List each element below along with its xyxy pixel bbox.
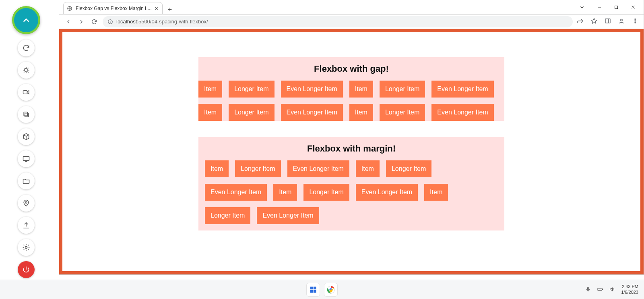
reload-icon: [91, 19, 97, 25]
flex-item: Item: [198, 104, 222, 121]
flex-item: Even Longer Item: [287, 160, 349, 177]
gear-icon: [22, 243, 30, 251]
chrome-icon: [326, 285, 335, 294]
globe-icon: [67, 6, 72, 11]
nav-bar: localhost:5500/04-spacing-with-flexbox/: [59, 15, 644, 29]
location-button[interactable]: [18, 195, 35, 212]
clock-date: 1/6/2023: [621, 290, 638, 295]
url-text: localhost:5500/04-spacing-with-flexbox/: [116, 19, 208, 25]
settings-button[interactable]: [18, 239, 35, 256]
svg-rect-18: [314, 290, 316, 293]
section-margin: Flexbox with margin! ItemLonger ItemEven…: [198, 137, 504, 230]
browser-tab[interactable]: Flexbox Gap vs Flexbox Margin L... ×: [63, 2, 163, 14]
sync-button[interactable]: [18, 39, 35, 56]
flex-item: Longer Item: [235, 160, 281, 177]
flex-item: Item: [273, 184, 297, 201]
close-tab-icon[interactable]: ×: [155, 5, 158, 12]
pin-icon: [22, 199, 30, 207]
flex-container-gap: ItemLonger ItemEven Longer ItemItemLonge…: [198, 77, 504, 121]
mic-tray-icon[interactable]: [585, 286, 591, 293]
svg-rect-8: [615, 6, 618, 8]
forward-button[interactable]: [77, 17, 86, 26]
start-button[interactable]: [306, 283, 320, 297]
reload-button[interactable]: [90, 17, 99, 26]
flex-item: Even Longer Item: [257, 207, 319, 224]
tab-title: Flexbox Gap vs Flexbox Margin L...: [76, 6, 152, 11]
power-icon: [22, 266, 30, 274]
url-host: localhost: [116, 19, 137, 25]
flex-item: Longer Item: [303, 184, 349, 201]
sound-tray-icon[interactable]: [609, 286, 615, 293]
flex-item: Even Longer Item: [281, 104, 343, 121]
clock[interactable]: 2:43 PM 1/6/2023: [621, 284, 638, 295]
collapse-button[interactable]: [12, 6, 40, 34]
monitor-icon: [22, 155, 30, 163]
svg-rect-10: [605, 19, 610, 23]
back-button[interactable]: [64, 17, 73, 26]
bookmark-button[interactable]: [590, 17, 598, 26]
flex-item: Even Longer Item: [281, 81, 343, 98]
chevron-up-icon: [22, 16, 31, 25]
minimize-icon[interactable]: [597, 5, 602, 10]
tab-chevron-icon[interactable]: [579, 4, 585, 10]
flex-item: Longer Item: [205, 207, 250, 224]
video-icon: [22, 88, 30, 96]
address-bar[interactable]: localhost:5500/04-spacing-with-flexbox/: [103, 16, 573, 27]
menu-button[interactable]: [632, 17, 639, 26]
flex-item: Even Longer Item: [431, 81, 493, 98]
copy-button[interactable]: [18, 106, 35, 123]
flex-item: Item: [198, 81, 222, 98]
arrow-left-icon: [65, 19, 72, 25]
heading-gap: Flexbox with gap!: [198, 57, 504, 77]
system-tray: 2:43 PM 1/6/2023: [585, 280, 638, 299]
browser-window: Flexbox Gap vs Flexbox Margin L... × + l…: [59, 0, 644, 275]
clock-time: 2:43 PM: [621, 284, 638, 289]
flex-item: Longer Item: [380, 81, 425, 98]
window-controls: [579, 0, 644, 14]
svg-point-6: [25, 247, 27, 249]
flex-item: Item: [356, 160, 380, 177]
site-info-icon[interactable]: [107, 19, 113, 25]
toolbar-right: [577, 17, 639, 26]
box-button[interactable]: [18, 128, 35, 145]
svg-point-5: [25, 201, 27, 203]
debug-button[interactable]: [18, 62, 35, 79]
panel-icon: [604, 17, 611, 25]
folder-button[interactable]: [18, 172, 35, 189]
battery-tray-icon[interactable]: [597, 286, 603, 293]
copy-icon: [22, 110, 30, 118]
svg-rect-1: [23, 91, 27, 94]
person-icon: [618, 17, 625, 25]
svg-rect-4: [23, 156, 29, 160]
box-icon: [22, 133, 30, 141]
power-button[interactable]: [18, 261, 35, 278]
flex-item: Even Longer Item: [431, 104, 493, 121]
heading-margin: Flexbox with margin!: [198, 137, 504, 157]
upload-button[interactable]: [18, 217, 35, 234]
display-button[interactable]: [18, 150, 35, 167]
windows-icon: [309, 286, 317, 294]
svg-rect-23: [603, 289, 603, 290]
bug-icon: [22, 66, 30, 74]
windows-taskbar: 2:43 PM 1/6/2023: [0, 280, 644, 299]
sync-icon: [22, 44, 30, 52]
svg-rect-3: [24, 112, 27, 116]
profile-button[interactable]: [618, 17, 625, 26]
share-button[interactable]: [577, 17, 584, 26]
svg-rect-17: [310, 290, 313, 293]
svg-rect-16: [314, 287, 316, 289]
taskbar-apps: [306, 283, 338, 297]
svg-rect-22: [598, 288, 602, 290]
svg-point-12: [635, 19, 636, 19]
record-button[interactable]: [18, 84, 35, 101]
share-icon: [577, 17, 584, 25]
maximize-icon[interactable]: [614, 5, 619, 10]
sidepanel-button[interactable]: [604, 17, 611, 26]
page-body: Flexbox with gap! ItemLonger ItemEven Lo…: [59, 29, 644, 274]
tab-strip: Flexbox Gap vs Flexbox Margin L... × +: [59, 0, 644, 15]
close-window-icon[interactable]: [631, 5, 636, 10]
svg-rect-2: [25, 113, 29, 117]
new-tab-button[interactable]: +: [163, 6, 174, 14]
flex-item: Item: [424, 184, 448, 201]
chrome-app[interactable]: [324, 283, 338, 297]
